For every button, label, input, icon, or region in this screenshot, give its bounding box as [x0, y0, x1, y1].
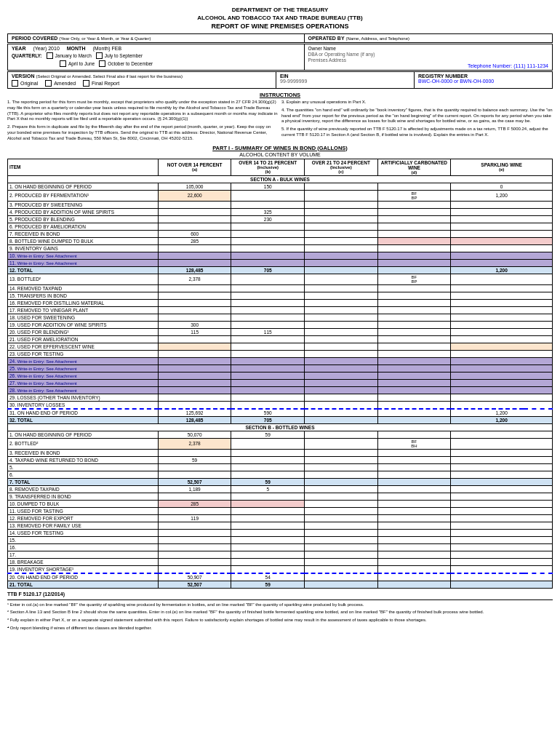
table-row: 18. BREAKAGE	[8, 558, 553, 565]
month-label: MONTH	[67, 46, 86, 51]
table-row: 26. Write-in Entry: See Attachment	[8, 372, 553, 379]
table-row: 3. PRODUCED BY SWEETENING	[8, 201, 553, 208]
col-header-d: ARTIFICIALLY CARBONATED WINE (d)	[377, 159, 451, 175]
instruction-4: 4. The quantities "on hand end" will ord…	[281, 108, 553, 124]
instructions-title: INSTRUCTIONS	[7, 92, 553, 98]
telephone-number: Telephone Number: (111) 111-1234	[308, 63, 548, 68]
section-a-table: ITEM NOT OVER 14 PERCENT (a) OVER 14 TO …	[7, 159, 553, 589]
table-row: 17.	[8, 551, 553, 558]
footnote-3: ³ Fully explain in either Part X, or on …	[7, 618, 553, 624]
table-row: 10. Write-in Entry: See Attachment	[8, 252, 553, 259]
table-row: 27. Write-in Entry: See Attachment	[8, 379, 553, 386]
table-row: 2. BOTTLED² 2,378 BFBH	[8, 438, 553, 449]
table-row: 8. REMOVED TAXPAID 1,189 5	[8, 485, 553, 493]
table-row: 23. USED FOR TESTING	[8, 350, 553, 357]
table-row: 5. PRODUCED BY BLENDING 230	[8, 215, 553, 223]
table-total-row: 21. TOTAL 52,507 59	[8, 581, 553, 588]
table-row: 9. INVENTORY GAINS	[8, 244, 553, 252]
table-row: 18. USED FOR SWEETENING	[8, 314, 553, 321]
part1-subtitle: ALCOHOL CONTENT BY VOLUME	[7, 152, 553, 157]
table-row: 10. DUMPED TO BULK 285	[8, 500, 553, 507]
ein-value: 99-9999999	[280, 79, 410, 84]
instruction-1: 1. The reporting period for this form mu…	[7, 100, 279, 122]
table-row: 6.	[8, 471, 553, 478]
version-label: VERSION	[12, 73, 35, 79]
instruction-2: 2. Prepare this form in duplicate and fi…	[7, 124, 279, 141]
section-b-header: SECTION B - BOTTLED WINES	[8, 423, 553, 431]
year-value: (Year) 2010	[33, 46, 59, 51]
table-row: 11. Write-in Entry: See Attachment	[8, 259, 553, 266]
table-row: 6. PRODUCED BY AMELIORATION	[8, 223, 553, 230]
registry-value: BWC-OH-0000 or BWN-OH-0000	[418, 79, 548, 84]
table-row: 29. LOSSES (OTHER THAN INVENTORY)	[8, 394, 553, 401]
owner-name: Owner Name	[308, 46, 548, 51]
page-title: REPORT OF WINE PREMISES OPERATIONS	[7, 22, 553, 31]
section-a-header: SECTION A - BULK WINES	[8, 175, 553, 183]
quarterly-opt1[interactable]: January to March	[47, 52, 92, 59]
table-row: 15. TRANSFERS IN BOND	[8, 292, 553, 299]
table-row: 25. Write-in Entry: See Attachment	[8, 364, 553, 372]
table-row: 9. TRANSFERRED IN BOND	[8, 493, 553, 500]
table-row: 21. USED FOR AMELIORATION	[8, 335, 553, 343]
table-row: 7. RECEIVED IN BOND 600	[8, 230, 553, 237]
table-row: 3. RECEIVED IN BOND	[8, 449, 553, 456]
dba-name: DBA or Operating Name (if any)	[308, 52, 548, 57]
part1-title: PART I - SUMMARY OF WINES IN BOND (GALLO…	[7, 145, 553, 151]
table-row: 20. ON HAND END OF PERIOD 50,907 54	[8, 573, 553, 581]
period-covered-label: PERIOD COVERED (Year Only, or Year & Mon…	[12, 36, 300, 41]
table-row: 24. Write-in Entry: See Attachment	[8, 357, 553, 364]
table-row: 14. USED FOR TESTING	[8, 529, 553, 536]
table-total-row: 7. TOTAL 52,507 59	[8, 478, 553, 485]
premises-address: Premises Address	[308, 57, 548, 63]
version-final[interactable]: Final Report	[83, 80, 119, 87]
col-header-b: OVER 14 TO 21 PERCENT (Inclusive) (b)	[231, 159, 305, 175]
table-row: 16. REMOVED FOR DISTILLING MATERIAL	[8, 299, 553, 306]
col-header-item: ITEM	[8, 159, 159, 175]
month-value: (Month) FEB	[92, 46, 121, 51]
table-row: 2. PRODUCED BY FERMENTATION¹ 22,600 BFBP…	[8, 190, 553, 201]
table-row: 28. Write-in Entry: See Attachment	[8, 386, 553, 394]
version-amended[interactable]: Amended	[45, 80, 76, 87]
table-row: 5.	[8, 463, 553, 471]
table-row: 1. ON HAND BEGINNING OF PERIOD 105,000 1…	[8, 183, 553, 190]
footnote-4: ⁴ Only report blending if wines of diffe…	[7, 626, 553, 632]
table-row: 4. TAXPAID WINE RETURNED TO BOND 59	[8, 456, 553, 463]
page-header: DEPARTMENT OF THE TREASURY ALCOHOL AND T…	[7, 6, 553, 31]
table-row: 19. USED FOR ADDITION OF WINE SPIRITS 30…	[8, 321, 553, 328]
table-row: 13. REMOVED FOR FAMILY USE	[8, 522, 553, 529]
table-row: 15.	[8, 536, 553, 543]
table-total-row: 32. TOTAL 128,485 705 1,200	[8, 416, 553, 423]
header-line2: ALCOHOL AND TOBACCO TAX AND TRADE BUREAU…	[7, 14, 553, 22]
footnote-1: ¹ Enter in col.(a) on line marked "BF" t…	[7, 602, 553, 608]
year-label: YEAR	[12, 46, 25, 51]
table-row: 13. BOTTLED² 2,378 BFBP	[8, 274, 553, 284]
col-header-e: SPARKLING WINE (e)	[451, 159, 553, 175]
table-row: 20. USED FOR BLENDING¹ 115 115	[8, 328, 553, 335]
quarterly-opt3[interactable]: April to June	[60, 60, 95, 67]
registry-label: REGISTRY NUMBER	[418, 73, 548, 79]
quarterly-label: QUARTERLY:	[12, 53, 42, 58]
header-line1: DEPARTMENT OF THE TREASURY	[7, 6, 553, 14]
col-header-a: NOT OVER 14 PERCENT (a)	[158, 159, 231, 175]
table-row: 14. REMOVED TAXPAID	[8, 284, 553, 292]
version-original[interactable]: Original	[12, 80, 38, 87]
table-row: 30. INVENTORY LOSSES	[8, 401, 553, 409]
table-row: 19. INVENTORY SHORTAGE¹	[8, 565, 553, 573]
quarterly-opt4[interactable]: October to December	[99, 60, 153, 67]
table-row: 1. ON HAND BEGINNING OF PERIOD 50,070 59	[8, 431, 553, 438]
col-header-c: OVER 21 TO 24 PERCENT (Inclusive) (c)	[305, 159, 378, 175]
table-row: 12. REMOVED FOR EXPORT 119	[8, 514, 553, 522]
ttb-form-number: TTB F 5120.17 (12/2014)	[7, 591, 553, 597]
quarterly-opt2[interactable]: July to September	[96, 52, 143, 59]
table-row: 16.	[8, 543, 553, 551]
table-row: 8. BOTTLED WINE DUMPED TO BULK 285	[8, 237, 553, 244]
ein-label: EIN	[280, 73, 410, 79]
version-note: (Select Original or Amended. Select Fina…	[36, 74, 182, 79]
table-row: 4. PRODUCED BY ADDITION OF WINE SPIRITS …	[8, 208, 553, 215]
table-row: 22. USED FOR EFFERVESCENT WINE	[8, 343, 553, 350]
table-total-row: 12. TOTAL 128,485 705 1,200	[8, 266, 553, 274]
instruction-5: 5. If the quantity of wine previously re…	[281, 127, 553, 138]
footnotes-section: ¹ Enter in col.(a) on line marked "BF" t…	[7, 599, 553, 632]
table-row: 31. ON HAND END OF PERIOD 125,692 590 1,…	[8, 409, 553, 417]
operated-by-label: OPERATED BY (Name, Address, and Telephon…	[308, 36, 548, 41]
